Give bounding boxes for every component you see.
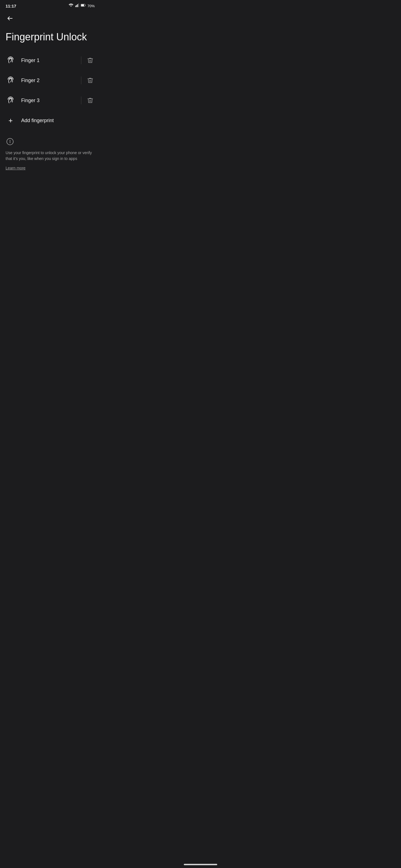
add-icon: + — [6, 116, 16, 125]
fingerprint-icon-1 — [6, 55, 16, 65]
divider-3 — [81, 96, 81, 104]
finger-1-name: Finger 1 — [21, 58, 77, 63]
delete-finger-1-button[interactable] — [86, 56, 95, 65]
svg-rect-3 — [78, 3, 79, 7]
page-title: Fingerprint Unlock — [0, 26, 100, 50]
svg-rect-0 — [76, 6, 76, 7]
fingerprint-list: Finger 1 Finger 2 — [0, 50, 100, 130]
delete-finger-2-button[interactable] — [86, 76, 95, 85]
fingerprint-item-2: Finger 2 — [0, 70, 100, 90]
header — [0, 10, 100, 26]
svg-rect-2 — [78, 4, 78, 7]
back-button[interactable] — [6, 14, 15, 23]
status-icons: 70% — [68, 3, 95, 8]
finger-2-name: Finger 2 — [21, 78, 77, 84]
learn-more-link[interactable]: Learn more — [6, 166, 26, 170]
battery-percentage: 70% — [87, 4, 95, 8]
divider-2 — [81, 76, 81, 84]
info-section: Use your fingerprint to unlock your phon… — [0, 130, 100, 175]
wifi-icon — [68, 3, 74, 8]
battery-icon — [81, 3, 86, 8]
fingerprint-item-1: Finger 1 — [0, 50, 100, 70]
svg-rect-5 — [81, 4, 84, 6]
add-fingerprint-label: Add fingerprint — [21, 118, 54, 124]
fingerprint-icon-2 — [6, 75, 16, 85]
fingerprint-icon-3 — [6, 95, 16, 105]
status-bar: 11:17 70% — [0, 0, 100, 10]
add-fingerprint-button[interactable]: + Add fingerprint — [0, 111, 100, 130]
finger-3-name: Finger 3 — [21, 98, 77, 103]
svg-rect-1 — [76, 5, 77, 7]
fingerprint-item-3: Finger 3 — [0, 90, 100, 111]
info-description: Use your fingerprint to unlock your phon… — [6, 150, 95, 162]
divider-1 — [81, 57, 81, 64]
signal-icon — [75, 3, 79, 8]
info-icon — [6, 137, 15, 146]
delete-finger-3-button[interactable] — [86, 96, 95, 105]
status-time: 11:17 — [6, 4, 16, 8]
